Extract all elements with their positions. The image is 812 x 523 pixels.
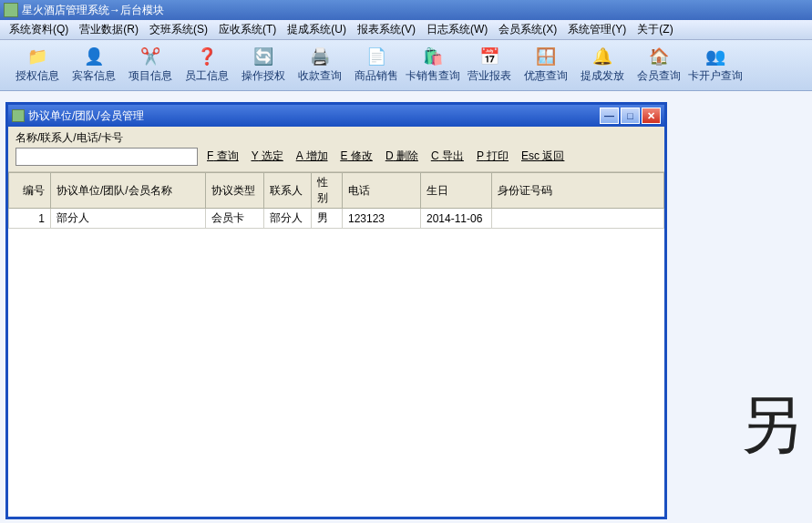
menu-item-9[interactable]: 关于(Z) <box>633 20 676 39</box>
staff-info-button[interactable]: ❓员工信息 <box>179 43 235 88</box>
auth-info-icon: 📁 <box>26 46 48 67</box>
guest-info-label: 宾客信息 <box>72 68 116 84</box>
op-auth-label: 操作授权 <box>242 68 285 84</box>
cell: 部分人 <box>264 209 312 229</box>
menu-item-4[interactable]: 提成系统(U) <box>283 20 350 39</box>
member-q-label: 会员查询 <box>637 68 681 84</box>
card-open-button[interactable]: 👥卡开户查询 <box>687 43 744 88</box>
cell: 会员卡 <box>206 209 264 229</box>
column-header[interactable]: 协议类型 <box>206 173 264 209</box>
goods-sale-label: 商品销售 <box>355 68 398 84</box>
staff-info-icon: ❓ <box>196 46 218 67</box>
discount-q-label: 优惠查询 <box>524 68 568 84</box>
data-table: 编号协议单位/团队/会员名称协议类型联系人性别电话生日身份证号码 1部分人会员卡… <box>8 172 664 229</box>
action-增加[interactable]: A 增加 <box>296 149 328 164</box>
menu-item-3[interactable]: 应收系统(T) <box>215 20 280 39</box>
guest-info-button[interactable]: 👤宾客信息 <box>66 43 122 88</box>
member-q-button[interactable]: 🏠会员查询 <box>631 43 687 88</box>
child-title: 协议单位/团队/会员管理 <box>28 108 144 124</box>
goods-sale-button[interactable]: 📄商品销售 <box>348 43 405 88</box>
bg-decoration: 另 <box>739 383 803 468</box>
staff-info-label: 员工信息 <box>185 68 229 84</box>
card-sale-button[interactable]: 🛍️卡销售查询 <box>405 43 461 88</box>
cell: 2014-11-06 <box>421 209 492 229</box>
action-选定[interactable]: Y 选定 <box>252 149 283 164</box>
collect-query-button[interactable]: 🖨️收款查询 <box>292 43 348 88</box>
discount-q-icon: 🪟 <box>535 46 557 67</box>
action-links: F 查询Y 选定A 增加E 修改D 删除C 导出P 打印Esc 返回 <box>207 149 564 166</box>
menu-item-8[interactable]: 系统管理(Y) <box>564 20 630 39</box>
project-info-button[interactable]: ✂️项目信息 <box>122 43 179 88</box>
menu-item-2[interactable]: 交班系统(S) <box>146 20 211 39</box>
column-header[interactable]: 协议单位/团队/会员名称 <box>51 173 206 209</box>
action-打印[interactable]: P 打印 <box>477 149 509 164</box>
bonus-grant-icon: 🔔 <box>591 46 613 67</box>
filter-row: 名称/联系人/电话/卡号 F 查询Y 选定A 增加E 修改D 删除C 导出P 打… <box>8 127 664 172</box>
column-header[interactable]: 电话 <box>343 173 421 209</box>
bonus-grant-button[interactable]: 🔔提成发放 <box>574 43 631 88</box>
collect-query-icon: 🖨️ <box>309 46 331 67</box>
action-查询[interactable]: F 查询 <box>207 149 239 164</box>
child-app-icon <box>12 109 25 122</box>
column-header[interactable]: 性别 <box>312 173 343 209</box>
action-修改[interactable]: E 修改 <box>341 149 373 164</box>
menu-item-1[interactable]: 营业数据(R) <box>76 20 142 39</box>
biz-report-label: 营业报表 <box>468 68 511 84</box>
column-header[interactable]: 编号 <box>9 173 51 209</box>
minimize-button[interactable]: — <box>600 108 619 124</box>
app-icon <box>4 3 18 17</box>
action-删除[interactable]: D 删除 <box>385 149 418 164</box>
column-header[interactable]: 联系人 <box>264 173 312 209</box>
auth-info-label: 授权信息 <box>15 68 59 84</box>
toolbar: 📁授权信息👤宾客信息✂️项目信息❓员工信息🔄操作授权🖨️收款查询📄商品销售🛍️卡… <box>0 40 812 91</box>
bonus-grant-label: 提成发放 <box>581 68 624 84</box>
search-input[interactable] <box>15 148 198 166</box>
guest-info-icon: 👤 <box>83 46 105 67</box>
discount-q-button[interactable]: 🪟优惠查询 <box>518 43 574 88</box>
action-返回[interactable]: Esc 返回 <box>521 149 564 164</box>
menu-item-0[interactable]: 系统资料(Q) <box>5 20 72 39</box>
menu-bar: 系统资料(Q)营业数据(R)交班系统(S)应收系统(T)提成系统(U)报表系统(… <box>0 20 812 40</box>
cell: 1 <box>9 209 51 229</box>
child-titlebar: 协议单位/团队/会员管理 — □ ✕ <box>8 105 664 127</box>
goods-sale-icon: 📄 <box>365 46 387 67</box>
cell: 123123 <box>343 209 421 229</box>
main-titlebar: 星火酒店管理系统→后台模块 <box>0 0 812 20</box>
project-info-label: 项目信息 <box>128 68 172 84</box>
maximize-button[interactable]: □ <box>621 108 640 124</box>
card-sale-label: 卡销售查询 <box>406 68 460 84</box>
main-title: 星火酒店管理系统→后台模块 <box>22 3 164 18</box>
collect-query-label: 收款查询 <box>298 68 342 84</box>
biz-report-button[interactable]: 📅营业报表 <box>461 43 518 88</box>
child-window: 协议单位/团队/会员管理 — □ ✕ 名称/联系人/电话/卡号 F 查询Y 选定… <box>5 102 667 519</box>
card-open-label: 卡开户查询 <box>688 68 743 84</box>
auth-info-button[interactable]: 📁授权信息 <box>9 43 66 88</box>
menu-item-5[interactable]: 报表系统(V) <box>354 20 419 39</box>
card-sale-icon: 🛍️ <box>422 46 444 67</box>
search-label: 名称/联系人/电话/卡号 <box>15 130 198 146</box>
cell: 男 <box>312 209 343 229</box>
card-open-icon: 👥 <box>704 46 726 67</box>
cell <box>492 209 664 229</box>
cell: 部分人 <box>51 209 206 229</box>
menu-item-7[interactable]: 会员系统(X) <box>495 20 560 39</box>
action-导出[interactable]: C 导出 <box>431 149 464 164</box>
menu-item-6[interactable]: 日志系统(W) <box>423 20 491 39</box>
op-auth-button[interactable]: 🔄操作授权 <box>235 43 292 88</box>
column-header[interactable]: 生日 <box>421 173 492 209</box>
member-q-icon: 🏠 <box>648 46 670 67</box>
column-header[interactable]: 身份证号码 <box>492 173 664 209</box>
project-info-icon: ✂️ <box>139 46 161 67</box>
data-grid[interactable]: 编号协议单位/团队/会员名称协议类型联系人性别电话生日身份证号码 1部分人会员卡… <box>8 172 664 517</box>
biz-report-icon: 📅 <box>478 46 500 67</box>
op-auth-icon: 🔄 <box>252 46 274 67</box>
close-button[interactable]: ✕ <box>642 108 661 124</box>
table-row[interactable]: 1部分人会员卡部分人男1231232014-11-06 <box>9 209 664 229</box>
